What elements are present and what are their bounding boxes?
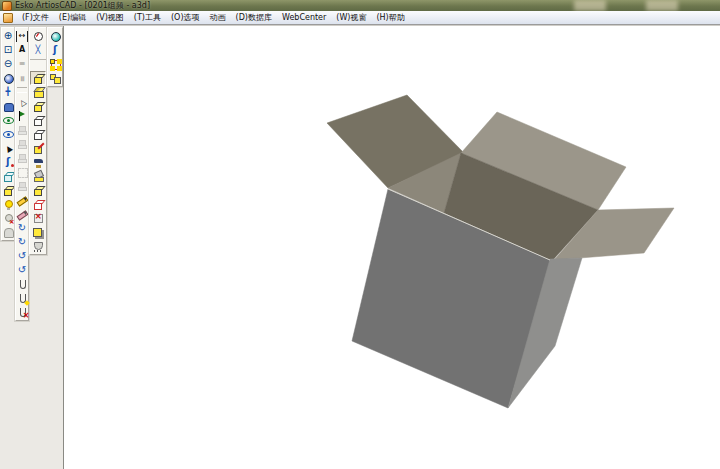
zoom-window-icon: ⊡ [3, 45, 14, 56]
show-hidden-button[interactable] [2, 127, 14, 141]
align-horizontal-button[interactable]: ≡ [16, 57, 28, 71]
menu-window[interactable]: (W)视窗 [331, 12, 371, 24]
pick-point-icon: ▲ [0, 140, 15, 155]
wire-red-cube-icon [33, 199, 44, 210]
toolbar-view: ⊕⊡⊖╋▲ʃ [1, 27, 15, 241]
attach-new-button[interactable] [16, 291, 28, 305]
detach-icon [17, 307, 28, 318]
select-button[interactable]: △ [16, 95, 28, 109]
sphere-tool-button[interactable] [48, 29, 62, 43]
annotate-box-button[interactable] [30, 141, 46, 155]
zoom-extents-button[interactable]: ╋ [2, 85, 14, 99]
rotate-ccw-button[interactable]: ↺ [16, 249, 28, 263]
copy-stamp-1-button[interactable] [16, 123, 28, 137]
polygon-select-icon [50, 59, 61, 70]
titlebar-glass-highlight [574, 0, 606, 11]
measure-icon: ↔ [16, 31, 28, 42]
pan-button[interactable] [2, 99, 14, 113]
rotate-ccw-icon: ↺ [17, 251, 28, 262]
wire-red-cube-button[interactable] [30, 197, 46, 211]
zoom-out-button[interactable]: ⊖ [2, 57, 14, 71]
menu-view[interactable]: (V)视图 [91, 12, 129, 24]
curve-edit-button[interactable]: ʃ [2, 155, 14, 169]
group-objects-button[interactable] [48, 71, 62, 85]
light-off-button[interactable] [2, 211, 14, 225]
animation-timer-button[interactable] [30, 29, 46, 43]
animation-timer-icon [33, 31, 44, 42]
rotate-cw-icon: ↻ [17, 223, 28, 234]
copy-stamp-3-button[interactable] [16, 151, 28, 165]
light-on-icon [3, 199, 14, 210]
solid-cube-button[interactable] [30, 183, 46, 197]
spline-tool-icon: ʃ [50, 45, 61, 56]
zoom-in-icon: ⊕ [3, 31, 14, 42]
zoom-out-icon: ⊖ [3, 59, 14, 70]
sphere-tool-icon [50, 31, 61, 42]
wire-box-2-button[interactable] [30, 127, 46, 141]
attach-button[interactable] [16, 277, 28, 291]
light-on-button[interactable] [2, 197, 14, 211]
menu-tools[interactable]: (T)工具 [129, 12, 166, 24]
document-icon[interactable] [3, 13, 13, 23]
scene-svg[interactable] [64, 26, 720, 469]
texture-tool-button[interactable] [30, 239, 46, 253]
copy-stamp-2-icon [17, 139, 28, 150]
fold-box-button[interactable] [30, 99, 46, 113]
render-solid-button[interactable] [30, 71, 46, 85]
menu-options[interactable]: (O)选项 [166, 12, 205, 24]
rotate-cw-button[interactable]: ↻ [16, 221, 28, 235]
menu-edit[interactable]: (E)编辑 [54, 12, 91, 24]
zoom-sphere-button[interactable] [2, 71, 14, 85]
align-horizontal-icon: ≡ [17, 59, 28, 70]
detach-button[interactable] [16, 305, 28, 319]
render-solid-icon [33, 73, 44, 84]
fold-box-icon [33, 101, 44, 112]
toolbar-separator [30, 59, 46, 71]
fill-material-icon [33, 171, 44, 182]
zoom-in-button[interactable]: ⊕ [2, 29, 14, 43]
group-objects-icon [50, 73, 61, 84]
pick-point-button[interactable]: ▲ [2, 141, 14, 155]
render-ghost-icon [3, 227, 14, 238]
update-design-button[interactable] [30, 211, 46, 225]
annotate-box-icon [33, 143, 44, 154]
move-designs-button[interactable]: ╳ [30, 43, 46, 57]
move-designs-icon: ╳ [33, 45, 44, 56]
menu-file[interactable]: (F)文件 [17, 12, 54, 24]
wire-box-1-button[interactable] [30, 113, 46, 127]
polygon-select-button[interactable] [48, 57, 62, 71]
drawing-canvas[interactable] [63, 26, 720, 469]
spline-tool-button[interactable]: ʃ [48, 43, 62, 57]
select-flag-icon [17, 111, 28, 122]
eraser-button[interactable] [16, 207, 28, 221]
menu-database[interactable]: (D)数据库 [231, 12, 277, 24]
dimension-text-button[interactable]: A [16, 43, 28, 57]
rotate-cw-90-button[interactable]: ↻ [16, 235, 28, 249]
measure-button[interactable]: ↔ [16, 29, 28, 43]
wireframe-view-button[interactable] [2, 169, 14, 183]
light-off-icon [3, 213, 14, 224]
rotate-free-button[interactable]: ↺ [16, 263, 28, 277]
solid-edit-button[interactable] [2, 183, 14, 197]
copy-stamp-2-button[interactable] [16, 137, 28, 151]
menu-webcenter[interactable]: WebCenter [277, 12, 331, 24]
show-layers-button[interactable] [2, 113, 14, 127]
copy-stamp-1-icon [17, 125, 28, 136]
menu-help[interactable]: (H)帮助 [371, 12, 409, 24]
fold-open-box-button[interactable] [30, 85, 46, 99]
render-ghost-button[interactable] [2, 225, 14, 239]
copy-stamp-4-button[interactable] [16, 179, 28, 193]
menu-animation[interactable]: 动画 [205, 12, 231, 24]
fold-open-box-icon [33, 87, 44, 98]
shadow-box-button[interactable] [30, 225, 46, 239]
align-vertical-button[interactable]: ≡ [16, 71, 28, 85]
select-flag-button[interactable] [16, 109, 28, 123]
marquee-copy-button[interactable] [16, 165, 28, 179]
select-icon: △ [14, 94, 29, 109]
pencil-button[interactable] [16, 193, 28, 207]
align-vertical-icon: ≡ [17, 73, 28, 84]
fill-material-button[interactable] [30, 169, 46, 183]
toolbar-solids: ╳ [29, 27, 47, 255]
zoom-window-button[interactable]: ⊡ [2, 43, 14, 57]
hardware-tool-button[interactable] [30, 155, 46, 169]
